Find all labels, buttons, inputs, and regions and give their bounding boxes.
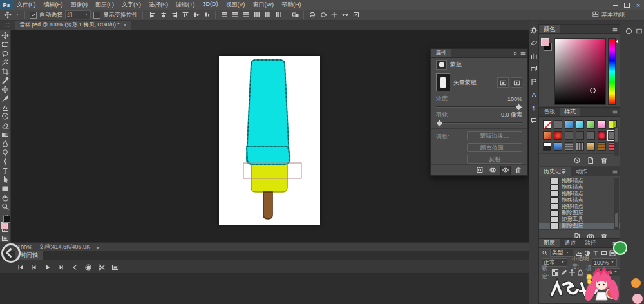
screen-mode-button[interactable] — [0, 234, 10, 242]
adjustments-icon[interactable] — [529, 26, 538, 34]
layers-tab-2[interactable]: 路径 — [580, 239, 601, 247]
history-tab-1[interactable]: 动作 — [571, 167, 592, 176]
record-icon[interactable] — [83, 263, 93, 272]
path-select-button[interactable] — [0, 175, 10, 184]
close-button[interactable]: × — [632, 0, 644, 10]
panel-menu-icon[interactable] — [518, 49, 527, 57]
paragraph-icon[interactable]: ¶ — [529, 103, 538, 111]
history-source-checkbox[interactable] — [540, 216, 547, 223]
magic-wand-button[interactable] — [0, 58, 10, 67]
brush-button[interactable] — [0, 94, 10, 103]
menu-item[interactable]: 帮助(H) — [278, 1, 305, 9]
history-source-checkbox[interactable] — [540, 178, 547, 184]
photoshop-logo[interactable]: Ps — [0, 0, 13, 10]
distribute-center-icon[interactable] — [263, 11, 272, 19]
tab-timeline[interactable]: 时间轴 — [15, 251, 43, 260]
styles-dock-icon[interactable] — [529, 39, 538, 47]
mask-apply-icon[interactable] — [488, 166, 498, 175]
clone-source-icon[interactable] — [529, 64, 538, 73]
style-swatch[interactable] — [587, 120, 595, 129]
refine-button[interactable]: 蒙版边缘… — [467, 131, 522, 140]
hand-button[interactable] — [0, 193, 10, 202]
density-slider[interactable] — [436, 104, 522, 109]
panel-menu-icon[interactable] — [611, 167, 620, 176]
trash-icon[interactable] — [513, 166, 524, 175]
style-swatch[interactable] — [543, 131, 551, 140]
history-item[interactable]: 删除图层 — [539, 223, 620, 229]
tab-close-icon[interactable]: × — [124, 22, 127, 28]
feather-value[interactable]: 0.0 像素 — [501, 111, 522, 119]
dock-panel-icon[interactable] — [624, 27, 633, 35]
align-right-icon[interactable] — [169, 11, 179, 19]
menu-item[interactable]: 文件(F) — [13, 1, 40, 9]
marquee-button[interactable] — [0, 40, 10, 49]
filter-toggle-icon[interactable] — [618, 249, 625, 256]
shape-filter-icon[interactable] — [600, 249, 608, 256]
style-swatch[interactable] — [565, 120, 573, 129]
step-back-icon[interactable] — [29, 263, 39, 272]
align-middle-v-icon[interactable] — [191, 11, 201, 19]
lock-position-icon[interactable] — [568, 269, 576, 276]
align-bottom-icon[interactable] — [202, 11, 212, 19]
3d-slide-icon[interactable] — [340, 11, 350, 19]
auto-select-target-dropdown[interactable]: 组 — [65, 10, 91, 19]
align-top-icon[interactable] — [180, 11, 190, 19]
panel-menu-icon[interactable] — [611, 25, 620, 33]
layers-tab-0[interactable]: 图层 — [539, 239, 560, 247]
frame-icon[interactable] — [110, 263, 120, 272]
show-transform-checkbox[interactable] — [93, 12, 100, 19]
menu-item[interactable]: 窗口(W) — [249, 1, 278, 9]
styles-tab-0[interactable]: 色板 — [539, 108, 560, 116]
3d-roll-icon[interactable] — [318, 11, 328, 19]
caret-down-icon[interactable] — [15, 12, 20, 18]
document-tab[interactable]: 雪糕.psd @ 100% (矩形 1 拷贝, RGB/8) * × — [15, 21, 131, 30]
shape-button[interactable] — [0, 184, 10, 193]
menu-item[interactable]: 滤镜(T) — [172, 1, 199, 9]
menu-item[interactable]: 3D(D) — [199, 1, 222, 9]
type-button[interactable] — [0, 166, 10, 175]
eyedropper-button[interactable] — [0, 76, 10, 85]
history-source-checkbox[interactable] — [540, 197, 547, 204]
scissors-icon[interactable] — [97, 263, 106, 272]
pen-button[interactable] — [0, 157, 10, 166]
status-arrow-icon[interactable]: ▸ — [97, 244, 100, 251]
lock-transparent-icon[interactable] — [551, 269, 559, 276]
fill-dropdown[interactable]: 100% — [595, 268, 620, 276]
menu-item[interactable]: 视图(V) — [222, 1, 249, 9]
step-forward-icon[interactable] — [56, 263, 66, 272]
distribute-bottom-icon[interactable] — [241, 11, 251, 19]
align-left-icon[interactable] — [147, 11, 157, 19]
history-brush-button[interactable] — [0, 112, 10, 121]
refine-button[interactable]: 反相 — [467, 155, 522, 164]
refine-button[interactable]: 颜色范围… — [467, 143, 522, 152]
blur-button[interactable] — [0, 139, 10, 148]
style-swatch[interactable] — [576, 142, 584, 151]
style-swatch[interactable] — [587, 142, 595, 151]
menu-item[interactable]: 图像(I) — [67, 1, 92, 9]
foreground-color-swatch[interactable] — [541, 38, 549, 46]
saturation-brightness-picker[interactable] — [554, 38, 606, 105]
eraser-button[interactable] — [0, 121, 10, 130]
notes-icon[interactable] — [529, 116, 538, 124]
3d-pan-icon[interactable] — [329, 11, 339, 19]
trash-icon[interactable] — [599, 155, 609, 165]
minimize-button[interactable] — [609, 0, 621, 10]
artboard[interactable] — [219, 56, 320, 225]
menu-item[interactable]: 图层(L) — [91, 1, 118, 9]
menu-item[interactable]: 选择(S) — [145, 1, 172, 9]
layers-tab-1[interactable]: 通道 — [560, 239, 580, 247]
style-swatch[interactable] — [576, 131, 584, 140]
gradient-button[interactable] — [0, 130, 10, 139]
scrollbar[interactable] — [614, 178, 619, 229]
zoom-level[interactable]: 100% — [17, 244, 32, 251]
background-color-swatch[interactable] — [3, 216, 10, 223]
zoom-button[interactable] — [0, 202, 10, 211]
style-swatch[interactable] — [554, 120, 562, 129]
collapse-panel-icon[interactable] — [509, 49, 518, 57]
styles-tab-1[interactable]: 样式 — [560, 108, 580, 116]
style-swatch[interactable] — [554, 131, 562, 140]
panel-menu-icon[interactable] — [611, 108, 620, 116]
skip-start-icon[interactable] — [15, 263, 25, 272]
history-source-checkbox[interactable] — [540, 204, 547, 210]
history-source-checkbox[interactable] — [540, 184, 547, 191]
